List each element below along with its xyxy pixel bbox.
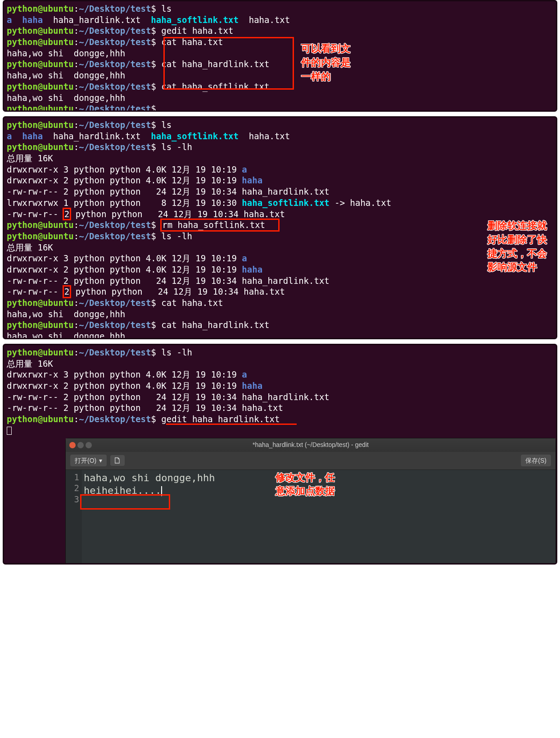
file-hardlink: haha_hardlink.txt bbox=[53, 15, 140, 25]
cmd-ls: ls bbox=[161, 4, 172, 14]
gedit-editor[interactable]: 1 2 3 haha,wo shi dongge,hhh heiheihei..… bbox=[66, 470, 555, 565]
terminal-panel-2[interactable]: python@ubuntu:~/Desktop/test$ ls a haha … bbox=[3, 116, 557, 339]
link-count-highlight-1: 2 bbox=[63, 209, 70, 220]
file-haha: haha bbox=[22, 15, 43, 25]
gedit-toolbar: 打开(O) ▾ 保存(S) bbox=[66, 452, 555, 470]
line-number: 1 bbox=[66, 472, 79, 483]
file-a: a bbox=[7, 15, 12, 25]
cmd-gedit-hardlink: gedit haha_hardlink.txt bbox=[161, 414, 280, 424]
cmd-ls-lh: ls -lh bbox=[161, 142, 192, 152]
file-softlink: haha_softlink.txt bbox=[151, 15, 238, 25]
line-number: 2 bbox=[66, 483, 79, 494]
gedit-window[interactable]: *haha_hardlink.txt (~/Desktop/test) - ge… bbox=[65, 438, 556, 565]
highlight-box-new-text bbox=[80, 494, 170, 510]
note-softlink-delete: 删除软连接就 好比删除了快 捷方式，不会 影响源文件 bbox=[488, 219, 547, 274]
gutter: 1 2 3 bbox=[66, 470, 82, 565]
note-edit-file: 修改文件，任 意添加点数据 bbox=[275, 471, 335, 499]
cmd-gedit-haha: gedit haha.txt bbox=[161, 26, 233, 36]
link-count-highlight-2: 2 bbox=[63, 286, 70, 297]
cmd-rm-softlink: rm haha_softlink.txt bbox=[161, 219, 279, 231]
note-content-same: 可以看到文 件的内容是 一样的 bbox=[301, 42, 351, 83]
line-number: 3 bbox=[66, 494, 79, 505]
prompt-path: ~/Desktop/test bbox=[79, 4, 151, 14]
code-area[interactable]: haha,wo shi dongge,hhh heiheihei.... 修改文… bbox=[82, 470, 555, 565]
terminal-panel-3[interactable]: python@ubuntu:~/Desktop/test$ ls -lh 总用量… bbox=[3, 344, 557, 565]
chevron-down-icon: ▾ bbox=[99, 456, 102, 465]
new-tab-button[interactable] bbox=[110, 455, 125, 466]
highlight-box-cat bbox=[163, 37, 294, 90]
save-button[interactable]: 保存(S) bbox=[521, 455, 551, 466]
gedit-title: *haha_hardlink.txt (~/Desktop/test) - ge… bbox=[66, 441, 555, 449]
prompt-user: python bbox=[7, 4, 38, 14]
open-button[interactable]: 打开(O) ▾ bbox=[70, 455, 107, 466]
terminal-panel-1[interactable]: python@ubuntu:~/Desktop/test$ ls a haha … bbox=[3, 0, 557, 112]
underline-gedit-cmd bbox=[166, 424, 297, 425]
total-usage: 总用量 16K bbox=[7, 153, 553, 164]
new-document-icon bbox=[114, 457, 121, 464]
file-txt: haha.txt bbox=[249, 15, 290, 25]
prompt-host: ubuntu bbox=[43, 4, 74, 14]
gedit-titlebar[interactable]: *haha_hardlink.txt (~/Desktop/test) - ge… bbox=[66, 438, 555, 452]
